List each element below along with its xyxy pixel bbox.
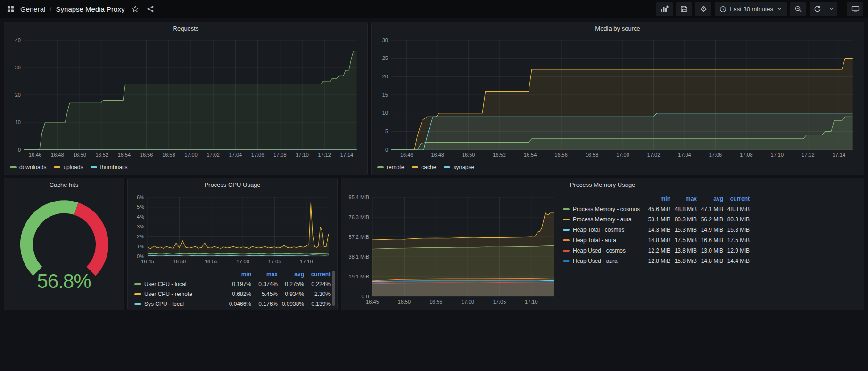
svg-text:17:12: 17:12 [318,152,331,158]
memory-chart[interactable]: 16:4516:5016:5517:0017:0517:100 B19.1 Mi… [345,192,557,309]
legend-stat-value: 14.9 MiB [697,227,723,233]
legend-series-name: Process Memory - aura [573,216,632,223]
refresh-button-group [810,2,837,16]
svg-text:0 B: 0 B [361,294,369,299]
legend-stat-value: 0.374% [251,281,278,287]
svg-text:17:08: 17:08 [273,152,287,158]
tv-view-icon [851,5,860,13]
svg-text:20: 20 [15,92,21,98]
panel-title[interactable]: Media by source [372,22,864,35]
legend-stat-value: 47.1 MiB [697,206,723,212]
legend-series-label[interactable]: Process Memory - aura [563,216,644,223]
legend-stat-header-avg[interactable]: avg [278,271,304,278]
legend-stat-header-min[interactable]: min [225,271,251,278]
svg-text:10: 10 [15,119,21,125]
add-panel-button[interactable] [656,2,673,16]
svg-text:25: 25 [382,55,388,61]
svg-text:30: 30 [382,37,388,43]
svg-text:3%: 3% [137,224,144,229]
legend-series-color [563,250,570,252]
refresh-interval-dropdown[interactable] [826,2,837,16]
legend-series-name: Heap Used - cosmos [573,247,626,254]
svg-text:16:48: 16:48 [431,152,444,158]
legend-stat-header-avg[interactable]: avg [697,195,723,202]
svg-text:16:55: 16:55 [430,299,443,304]
legend-series-label: synapse [453,164,474,170]
legend-item[interactable]: thumbnails [91,164,127,170]
legend-item[interactable]: remote [377,164,404,170]
legend-stat-header-current[interactable]: current [304,271,331,278]
legend-stat-header-max[interactable]: max [670,195,697,202]
legend-stat-header-current[interactable]: current [723,195,750,202]
breadcrumb: General / Synapse Media Proxy [20,5,124,13]
legend-series-label[interactable]: Heap Used - aura [563,258,644,264]
legend-stat-value: 0.176% [251,301,278,307]
legend-stat-value: 15.8 MiB [670,258,697,264]
legend-stat-value: 0.934% [278,291,304,297]
svg-text:40: 40 [15,37,21,43]
refresh-icon [814,5,821,13]
legend-stat-header-max[interactable]: max [251,271,278,278]
svg-text:0%: 0% [137,253,144,259]
legend-stat-header-min[interactable]: min [644,195,670,202]
dashboard-settings-button[interactable]: ⚙ [695,2,711,16]
panel-title[interactable]: Process Memory Usage [341,178,864,192]
panel-cache-hits: Cache hits 56.8% [4,178,124,310]
legend-series-label[interactable]: Process Memory - cosmos [563,206,644,212]
legend-series-color [134,303,141,305]
legend-series-label[interactable]: Heap Used - cosmos [563,247,644,254]
tv-mode-button[interactable] [847,2,863,16]
time-range-picker[interactable]: Last 30 minutes [715,2,787,16]
legend-series-name: User CPU - local [144,281,186,287]
legend-row: Sys CPU - local0.0466%0.176%0.0938%0.139… [134,299,331,309]
zoom-out-button[interactable] [790,2,806,16]
requests-chart[interactable]: 16:4616:4816:5016:5216:5416:5616:5817:00… [8,35,364,162]
svg-text:17:10: 17:10 [525,299,538,304]
legend-stat-value: 0.197% [225,281,251,287]
media-chart[interactable]: 16:4616:4816:5016:5216:5416:5616:5817:00… [375,35,861,162]
legend-item[interactable]: cache [412,164,436,170]
dashboard-title[interactable]: Synapse Media Proxy [56,5,125,13]
legend-series-color [563,208,570,210]
legend-scrollbar[interactable] [332,271,335,306]
legend-stat-value: 14.8 MiB [644,237,670,244]
panel-title[interactable]: Process CPU Usage [128,178,337,192]
legend-item[interactable]: downloads [10,164,46,170]
svg-text:19.1 MiB: 19.1 MiB [349,274,369,279]
share-icon[interactable] [144,3,157,15]
svg-text:17:06: 17:06 [709,152,722,158]
legend-series-name: Heap Used - aura [573,258,618,264]
legend-series-label[interactable]: User CPU - remote [134,291,225,297]
apps-grid-icon[interactable] [5,3,17,15]
legend-series-label[interactable]: Heap Total - cosmos [563,227,644,233]
svg-text:17:00: 17:00 [461,299,474,304]
legend-series-label[interactable]: User CPU - local [134,281,225,287]
legend-item[interactable]: synapse [444,164,474,170]
legend-series-color [377,166,384,168]
save-dashboard-button[interactable] [676,2,692,16]
legend-stat-value: 14.4 MiB [723,258,750,264]
legend-series-label[interactable]: Heap Total - aura [563,237,644,244]
svg-text:17:10: 17:10 [300,259,313,264]
zoom-out-icon [794,5,802,13]
legend-stat-value: 0.682% [225,291,251,297]
cpu-chart[interactable]: 16:4516:5016:5517:0017:0517:100%1%2%3%4%… [132,192,333,268]
legend-series-name: Heap Total - cosmos [573,227,624,233]
legend-item[interactable]: uploads [54,164,83,170]
legend-stat-value: 13.0 MiB [697,247,723,254]
requests-legend: downloadsuploadsthumbnails [4,162,367,170]
breadcrumb-folder[interactable]: General [20,5,45,13]
legend-series-label[interactable]: Sys CPU - local [134,301,225,307]
legend-series-label: uploads [63,164,83,170]
star-icon[interactable] [129,3,141,15]
breadcrumb-separator: / [50,5,51,13]
svg-text:17:00: 17:00 [616,152,629,158]
panel-title[interactable]: Requests [4,22,367,35]
refresh-button[interactable] [810,2,826,16]
legend-stat-value: 80.3 MiB [670,216,697,223]
legend-stat-value: 0.0466% [225,301,251,307]
svg-text:16:50: 16:50 [398,299,411,304]
svg-text:16:45: 16:45 [141,259,154,264]
panel-title[interactable]: Cache hits [4,178,124,192]
svg-text:16:55: 16:55 [205,259,218,264]
